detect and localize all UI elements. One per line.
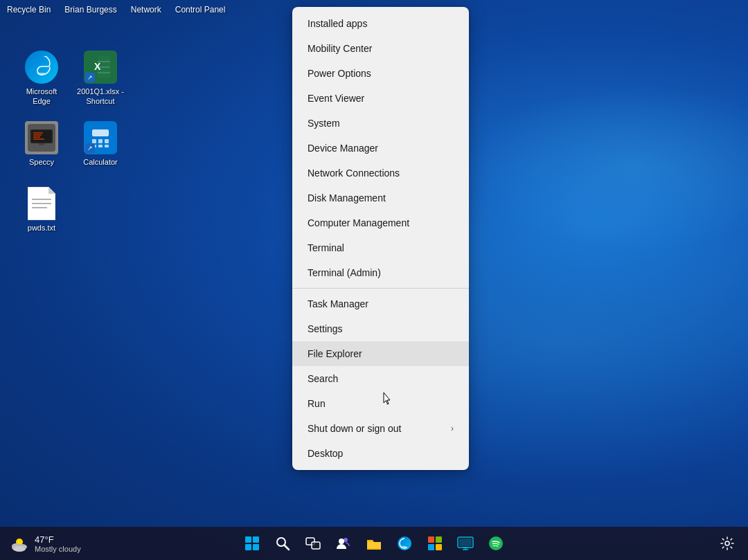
svg-rect-21 [98,145,103,147]
menu-item-disk-management[interactable]: Disk Management [292,186,469,210]
weather-temp: 47°F [35,534,81,545]
folder-icon [366,536,382,551]
network-label[interactable]: Network [131,5,161,15]
menu-item-network-connections[interactable]: Network Connections [292,161,469,186]
speccy-icon-visual [25,121,58,154]
edge-icon-visual [25,51,58,84]
menu-separator-1 [292,288,469,289]
svg-rect-19 [105,139,109,143]
menu-item-mobility-center[interactable]: Mobility Center [292,36,469,61]
menu-item-device-manager[interactable]: Device Manager [292,136,469,161]
excel-label: 2001Q1.xlsx - Shortcut [77,87,124,107]
svg-rect-40 [312,542,320,549]
recycle-bin-label[interactable]: Recycle Bin [7,5,51,15]
svg-rect-33 [245,536,251,543]
svg-rect-18 [98,139,103,143]
taskbar-center-icons [238,530,510,557]
menu-item-power-options[interactable]: Power Options [292,61,469,86]
svg-rect-34 [253,536,259,543]
txt-icon-img [25,187,58,220]
teams-button[interactable] [330,530,357,557]
svg-point-32 [13,546,26,552]
brian-burgess-label[interactable]: Brian Burgess [64,5,116,15]
svg-point-54 [725,541,729,545]
remote-desktop-icon [457,536,474,551]
speccy-icon-img [25,121,58,154]
svg-rect-14 [36,145,47,147]
speccy-label: Speccy [29,157,54,167]
task-view-icon [305,536,321,551]
taskbar-edge-button[interactable] [391,530,418,557]
taskbar-search-button[interactable] [269,530,296,557]
start-button[interactable] [238,530,266,557]
shut-down-chevron: › [451,424,454,433]
context-menu: Installed apps Mobility Center Power Opt… [292,7,469,470]
svg-line-38 [285,545,290,550]
menu-item-event-viewer[interactable]: Event Viewer [292,86,469,111]
gear-icon [720,536,734,550]
svg-rect-13 [39,143,44,145]
edge-label: MicrosoftEdge [26,87,57,107]
store-button[interactable] [421,530,449,557]
file-explorer-button[interactable] [360,530,388,557]
menu-item-task-manager[interactable]: Task Manager [292,291,469,316]
icon-microsoft-edge[interactable]: MicrosoftEdge [14,47,69,109]
menu-item-system[interactable]: System [292,111,469,136]
system-settings-button[interactable] [715,531,740,556]
desktop: Recycle Bin Brian Burgess Network Contro… [0,0,748,560]
menu-item-terminal[interactable]: Terminal [292,235,469,260]
search-icon [275,536,290,551]
txt-label: pwds.txt [28,223,55,233]
windows-logo-icon [244,536,260,551]
taskbar-weather[interactable]: 47°F Mostly cloudy [8,532,81,554]
svg-rect-46 [428,544,434,550]
menu-item-settings[interactable]: Settings [292,316,469,341]
svg-rect-17 [92,139,96,143]
txt-icon-visual [25,187,58,220]
svg-point-42 [339,539,344,544]
calc-icon-img [84,121,117,154]
spotify-icon [488,535,504,552]
desktop-icons: MicrosoftEdge X 2001Q1.xlsx - Shortcu [7,40,135,379]
svg-rect-35 [245,544,251,550]
spotify-button[interactable] [482,530,510,557]
icon-excel-shortcut[interactable]: X 2001Q1.xlsx - Shortcut [73,47,128,109]
icon-speccy[interactable]: Speccy [14,113,69,175]
svg-marker-24 [48,187,55,194]
weather-icon [8,532,30,554]
taskbar-bottom: 47°F Mostly cloudy [0,527,748,560]
menu-item-desktop[interactable]: Desktop [292,441,469,466]
shortcut-arrow [85,73,95,82]
edge-icon-img [25,51,58,84]
task-view-button[interactable] [299,530,327,557]
svg-rect-49 [459,539,472,546]
control-panel-label[interactable]: Control Panel [175,5,226,15]
menu-item-installed-apps[interactable]: Installed apps [292,11,469,36]
menu-item-computer-management[interactable]: Computer Management [292,210,469,235]
menu-item-terminal-admin[interactable]: Terminal (Admin) [292,260,469,285]
menu-item-file-explorer[interactable]: File Explorer [292,341,469,366]
icon-calculator[interactable]: Calculator [73,113,128,175]
svg-rect-44 [428,536,434,543]
excel-icon-img: X [84,51,117,84]
calc-label: Calculator [83,157,118,167]
svg-rect-47 [436,544,442,550]
taskbar-right [715,531,740,556]
menu-item-search[interactable]: Search [292,366,469,391]
svg-rect-45 [436,536,442,543]
edge-taskbar-icon [396,535,413,552]
menu-item-shut-down[interactable]: Shut down or sign out › [292,416,469,441]
svg-rect-16 [92,129,109,136]
svg-rect-22 [105,145,109,147]
svg-rect-36 [253,544,259,550]
icon-pwds-txt[interactable]: pwds.txt [14,179,69,241]
remote-desktop-button[interactable] [452,530,479,557]
menu-item-run[interactable]: Run [292,391,469,416]
teams-icon [335,535,352,552]
store-icon [427,535,443,552]
calc-shortcut-arrow [85,143,95,153]
weather-info: 47°F Mostly cloudy [35,534,81,553]
weather-desc: Mostly cloudy [35,545,81,553]
